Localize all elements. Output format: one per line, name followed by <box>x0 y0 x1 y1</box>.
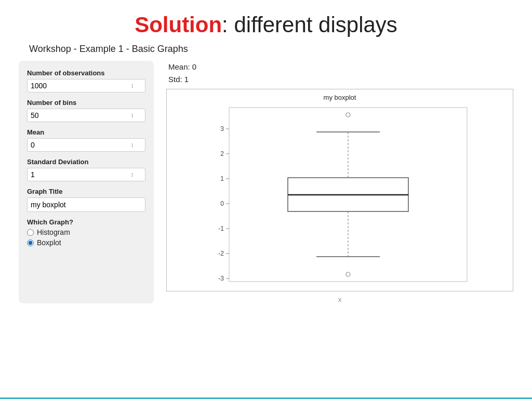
page-title: Solution: different displays <box>0 0 532 44</box>
field-observations: Number of observations ↕ <box>27 69 145 92</box>
main-layout: Number of observations ↕ Number of bins … <box>0 61 532 303</box>
stats-row: Mean: 0 Std: 1 <box>166 61 513 86</box>
label-graph-title: Graph Title <box>27 188 145 195</box>
radio-item-histogram[interactable]: Histogram <box>27 228 145 236</box>
svg-text:-3: -3 <box>218 275 224 282</box>
label-bins: Number of bins <box>27 99 145 107</box>
input-bins[interactable] <box>31 111 131 119</box>
input-wrapper-bins[interactable]: ↕ <box>27 109 145 122</box>
subtitle: Workshop - Example 1 - Basic Graphs <box>0 44 532 61</box>
input-stddev[interactable] <box>31 170 131 179</box>
field-bins: Number of bins ↕ <box>27 99 145 122</box>
svg-text:-1: -1 <box>218 225 224 232</box>
svg-text:1: 1 <box>220 175 224 182</box>
sidebar-panel: Number of observations ↕ Number of bins … <box>19 61 154 303</box>
radio-item-boxplot[interactable]: Boxplot <box>27 238 145 247</box>
radio-histogram[interactable] <box>27 229 34 236</box>
field-stddev: Standard Deviation ↕ <box>27 158 145 181</box>
stat-mean: Mean: 0 <box>168 61 513 73</box>
label-mean: Mean <box>27 128 145 136</box>
right-panel: Mean: 0 Std: 1 my boxplot 3 2 1 0 <box>166 61 513 303</box>
input-observations[interactable] <box>31 82 131 90</box>
radio-boxplot[interactable] <box>27 240 34 246</box>
input-wrapper-mean[interactable]: ↕ <box>27 138 145 152</box>
svg-text:0: 0 <box>220 200 224 207</box>
field-which-graph: Which Graph? Histogram Boxplot <box>27 218 145 247</box>
radio-label-histogram: Histogram <box>37 228 70 236</box>
svg-point-22 <box>346 272 350 276</box>
field-graph-title: Graph Title <box>27 188 145 212</box>
field-mean: Mean ↕ <box>27 128 145 152</box>
solution-word: Solution <box>135 12 222 37</box>
input-graph-title[interactable] <box>27 197 145 212</box>
label-observations: Number of observations <box>27 69 145 77</box>
input-wrapper-stddev[interactable]: ↕ <box>27 168 145 181</box>
radio-group-graph-type: Histogram Boxplot <box>27 228 145 247</box>
stat-std: Std: 1 <box>168 73 513 86</box>
spin-icon-mean[interactable]: ↕ <box>131 141 134 149</box>
svg-point-21 <box>346 113 350 117</box>
boxplot-svg: 3 2 1 0 -1 -2 -3 <box>202 102 477 287</box>
svg-text:3: 3 <box>220 125 224 132</box>
svg-text:2: 2 <box>220 150 224 157</box>
boxplot-title: my boxplot <box>167 94 513 101</box>
spin-icon-stddev[interactable]: ↕ <box>131 171 134 178</box>
radio-label-boxplot: Boxplot <box>37 238 61 247</box>
label-stddev: Standard Deviation <box>27 158 145 166</box>
label-which-graph: Which Graph? <box>27 218 145 226</box>
input-mean[interactable] <box>31 141 131 149</box>
axis-x-label: x <box>166 295 513 303</box>
spin-icon-bins[interactable]: ↕ <box>131 112 134 119</box>
input-wrapper-observations[interactable]: ↕ <box>27 79 145 92</box>
input-wrapper-graph-title[interactable] <box>27 197 145 212</box>
svg-text:-2: -2 <box>218 250 224 257</box>
boxplot-container: my boxplot 3 2 1 0 -1 -2 <box>166 89 513 291</box>
title-rest: : different displays <box>222 12 397 37</box>
spin-icon-observations[interactable]: ↕ <box>131 82 134 89</box>
